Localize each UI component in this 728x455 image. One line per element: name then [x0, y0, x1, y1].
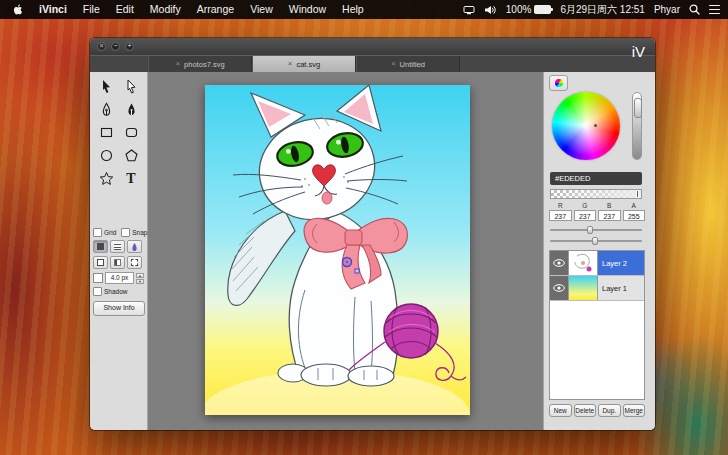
layer-1-visibility-toggle[interactable]	[550, 276, 568, 300]
alpha-slider[interactable]	[550, 189, 642, 199]
stroke-half-button[interactable]	[110, 256, 125, 269]
color-slider-1[interactable]	[550, 225, 642, 234]
tool-rectangle[interactable]	[94, 122, 119, 143]
color-slider-2[interactable]	[550, 236, 642, 245]
tab-label: Untitled	[400, 60, 425, 69]
menu-item-window[interactable]: Window	[281, 0, 334, 19]
layer-row-2[interactable]: Layer 2	[550, 251, 644, 276]
tab-label: photos7.svg	[184, 60, 224, 69]
channel-red: R 237	[549, 202, 572, 221]
artboard[interactable]	[205, 85, 470, 415]
zoom-button[interactable]: +	[125, 42, 134, 51]
battery-status[interactable]: 100%	[506, 4, 552, 15]
tab-close-icon[interactable]: ×	[391, 60, 396, 68]
tool-rounded-rectangle[interactable]	[119, 122, 144, 143]
tab-photos7[interactable]: × photos7.svg	[148, 56, 252, 72]
alpha-slider-handle[interactable]	[636, 190, 639, 198]
green-value-field[interactable]: 237	[574, 210, 597, 221]
fill-pattern-button[interactable]	[110, 240, 125, 253]
menu-item-help[interactable]: Help	[334, 0, 372, 19]
tool-star[interactable]	[94, 168, 119, 189]
layer-2-visibility-toggle[interactable]	[550, 251, 568, 275]
menu-item-arrange[interactable]: Arrange	[189, 0, 242, 19]
tool-direct-select[interactable]	[119, 76, 144, 97]
eye-icon	[553, 259, 565, 267]
stepper-down-icon[interactable]: ▼	[136, 279, 144, 284]
layer-2-name[interactable]: Layer 2	[598, 251, 644, 275]
layer-2-thumbnail	[568, 251, 598, 275]
hex-color-field[interactable]: #EDEDED	[550, 172, 642, 185]
spotlight-icon[interactable]	[689, 4, 700, 15]
stroke-outline-button[interactable]	[93, 256, 108, 269]
fill-solid-button[interactable]	[93, 240, 108, 253]
tab-label: cat.svg	[296, 60, 320, 69]
channel-green: G 237	[574, 202, 597, 221]
show-info-button[interactable]: Show Info	[93, 301, 145, 316]
tab-close-icon[interactable]: ×	[288, 60, 293, 68]
brightness-slider-handle[interactable]	[634, 98, 642, 118]
tool-pen[interactable]	[94, 99, 119, 120]
layer-new-button[interactable]: New	[549, 404, 572, 417]
layers-panel: Layer 2 Layer 1	[549, 250, 645, 400]
stroke-dash-button[interactable]	[127, 256, 142, 269]
color-slider-2-handle[interactable]	[592, 237, 598, 245]
snap-label: Snap	[132, 229, 147, 236]
app-window: iV × − + × photos7.svg × cat.svg × Untit…	[90, 38, 655, 430]
blue-value-field[interactable]: 237	[598, 210, 621, 221]
volume-icon[interactable]	[484, 5, 497, 15]
tool-text[interactable]: T	[119, 168, 144, 189]
apple-menu[interactable]	[8, 3, 31, 16]
layer-duplicate-button[interactable]: Dup.	[598, 404, 621, 417]
minimize-button[interactable]: −	[111, 42, 120, 51]
shadow-checkbox[interactable]	[93, 287, 102, 296]
menu-item-edit[interactable]: Edit	[108, 0, 142, 19]
stroke-width-checkbox[interactable]	[93, 273, 103, 283]
color-slider-1-handle[interactable]	[587, 226, 593, 234]
color-wheel-icon	[555, 79, 563, 87]
battery-icon	[534, 5, 551, 14]
stroke-width-control: 4.0 px ▲ ▼	[90, 272, 148, 284]
layer-buttons: New Delete Dup. Merge	[549, 404, 645, 417]
layer-row-1[interactable]: Layer 1	[550, 276, 644, 301]
canvas-area[interactable]	[148, 72, 543, 430]
grid-checkbox[interactable]	[93, 228, 102, 237]
layer-1-thumbnail	[568, 276, 598, 300]
color-wheel[interactable]	[552, 92, 620, 160]
menu-clock[interactable]: 6月29日周六 12:51	[560, 3, 645, 17]
window-titlebar[interactable]: × − +	[90, 38, 655, 55]
red-value-field[interactable]: 237	[549, 210, 572, 221]
layer-1-name[interactable]: Layer 1	[598, 276, 644, 300]
snap-checkbox[interactable]	[121, 228, 130, 237]
tool-options: Grid Snap	[90, 228, 148, 316]
channel-alpha: A 255	[623, 202, 646, 221]
tool-select[interactable]	[94, 76, 119, 97]
cat-artwork[interactable]	[205, 85, 470, 415]
brightness-slider[interactable]	[632, 92, 642, 160]
menu-user[interactable]: Phyar	[654, 4, 680, 15]
menu-item-app[interactable]: iVinci	[31, 0, 75, 19]
color-mode-button[interactable]	[549, 75, 568, 91]
stepper-up-icon[interactable]: ▲	[136, 273, 144, 278]
tool-bezier-pen[interactable]	[119, 99, 144, 120]
alpha-value-field[interactable]: 255	[623, 210, 646, 221]
tab-close-icon[interactable]: ×	[175, 60, 180, 68]
menu-item-file[interactable]: File	[75, 0, 108, 19]
close-button[interactable]: ×	[97, 42, 106, 51]
layer-delete-button[interactable]: Delete	[574, 404, 597, 417]
tab-untitled[interactable]: × Untitled	[356, 56, 460, 72]
menu-item-view[interactable]: View	[242, 0, 281, 19]
display-icon[interactable]	[463, 5, 475, 15]
eye-icon	[553, 284, 565, 292]
layer-merge-button[interactable]: Merge	[623, 404, 646, 417]
tool-ellipse[interactable]	[94, 145, 119, 166]
fill-gradient-button[interactable]	[127, 240, 142, 253]
apple-icon	[12, 3, 24, 16]
menu-left: iVinci File Edit Modify Arrange View Win…	[0, 0, 372, 19]
tab-cat[interactable]: × cat.svg	[252, 56, 356, 72]
tool-polygon[interactable]	[119, 145, 144, 166]
notification-center-icon[interactable]	[709, 5, 720, 14]
traffic-lights: × − +	[97, 42, 134, 51]
menu-item-modify[interactable]: Modify	[142, 0, 189, 19]
stroke-width-field[interactable]: 4.0 px	[105, 272, 134, 284]
stroke-width-stepper: ▲ ▼	[136, 273, 144, 284]
